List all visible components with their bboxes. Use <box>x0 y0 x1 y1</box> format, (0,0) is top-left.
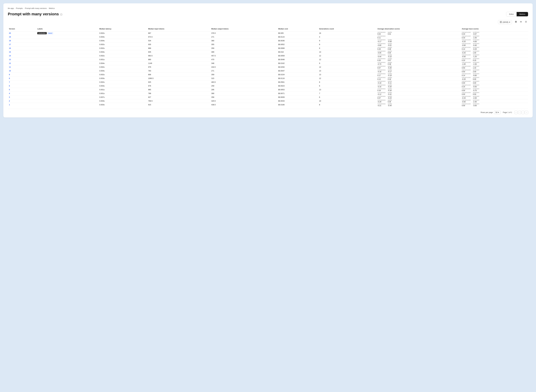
table-row: 30.007s827358$0.08396conciseness0.07qual… <box>8 95 528 99</box>
cell-latency: 0.004s <box>98 69 147 73</box>
version-link[interactable]: 9 <box>9 74 10 76</box>
table-row: 180.004s534380$0.00369conciseness-0.17qu… <box>8 39 528 43</box>
cell-obs-scores: conciseness-0.70quality0.38 <box>376 61 461 65</box>
first-page-button[interactable]: « <box>514 111 518 114</box>
version-link[interactable]: 2 <box>9 100 10 102</box>
trace-score-item: sentiment3.00 <box>473 80 479 84</box>
cell-labels <box>36 92 98 95</box>
cell-obs-scores: conciseness-0.18quality-0.11 <box>376 80 461 84</box>
trace-score-label: sentiment <box>473 39 479 41</box>
list-view-button[interactable] <box>514 20 518 24</box>
svg-rect-6 <box>515 22 517 23</box>
version-link[interactable]: 18 <box>9 40 11 42</box>
rows-per-page-select[interactable]: 50 ▾ <box>494 111 501 114</box>
cell-trace-scores: manual-score0.14sentiment-0.20 <box>461 47 528 50</box>
version-link[interactable]: 13 <box>9 59 11 61</box>
version-link[interactable]: 16 <box>9 47 11 49</box>
trace-score-label: sentiment <box>473 73 479 75</box>
editor-button[interactable]: Editor <box>506 12 517 16</box>
table-row: 40.001s788390$0.00717conciseness-0.12qua… <box>8 92 528 95</box>
next-page-button[interactable]: › <box>521 111 524 114</box>
last-page-button[interactable]: » <box>525 111 528 114</box>
table-row: 80.003s1090.5315$0.011612conciseness0.13… <box>8 77 528 80</box>
table-row: 140.002s983.5457.5$0.005912conciseness-0… <box>8 54 528 58</box>
breadcrumb-app[interactable]: llm-app <box>8 7 14 9</box>
cell-version: 9 <box>8 73 36 77</box>
table-row: 190.004s974.5271$0.01154conciseness0.11m… <box>8 35 528 39</box>
compact-view-button[interactable] <box>519 20 523 24</box>
prev-page-button[interactable]: ‹ <box>518 111 521 114</box>
version-link[interactable]: 11 <box>9 66 11 68</box>
collapse-view-button[interactable] <box>524 20 528 24</box>
cell-trace-scores: manual-score-0.25sentiment1.00 <box>461 50 528 54</box>
cell-trace-scores: manual-score0.50sentiment1.33 <box>461 65 528 69</box>
obs-score-value: 0.07 <box>377 67 386 69</box>
cell-gen-count: 4 <box>318 35 376 39</box>
trace-score-label: manual-score <box>462 99 471 101</box>
version-link[interactable]: 14 <box>9 55 11 57</box>
table-row: 150.004s835489$0.01813conciseness-0.05qu… <box>8 50 528 54</box>
rows-count-selector[interactable]: (10/10) ▾ <box>498 20 512 24</box>
trace-score-value: 0.14 <box>462 75 471 76</box>
version-link[interactable]: 6 <box>9 85 10 87</box>
cell-latency: 0.002s <box>98 80 147 84</box>
cell-labels <box>36 47 98 50</box>
breadcrumb-prompts[interactable]: Prompts <box>16 7 23 9</box>
info-icon[interactable]: ⓘ <box>60 13 62 16</box>
version-link[interactable]: 20 <box>9 32 11 34</box>
cell-input-tokens: 979 <box>147 65 210 69</box>
cell-output-tokens: 376.5 <box>210 31 277 35</box>
breadcrumb-prompt[interactable]: Prompt with many versions <box>25 7 47 9</box>
main-card: llm-app › Prompts › Prompt with many ver… <box>3 3 533 117</box>
cell-output-tokens: 259 <box>210 84 277 88</box>
trace-score-value: 0.14 <box>462 48 471 50</box>
trace-score-value: -1.00 <box>462 63 471 65</box>
version-link[interactable]: 15 <box>9 51 11 53</box>
version-link[interactable]: 7 <box>9 81 10 83</box>
trace-score-value: 0.50 <box>473 93 479 95</box>
version-link[interactable]: 19 <box>9 36 11 38</box>
trace-score-label: manual-score <box>462 35 471 37</box>
version-link[interactable]: 17 <box>9 43 11 46</box>
trace-score-value: 0.00 <box>462 89 471 92</box>
version-link[interactable]: 4 <box>9 93 10 94</box>
cell-output-tokens: 359 <box>210 73 277 77</box>
cell-trace-scores: manual-score0.14sentiment-0.60 <box>461 73 528 77</box>
cell-obs-scores: conciseness-0.44quality-0.23 <box>376 54 461 58</box>
cell-output-tokens: 438.5 <box>210 103 277 107</box>
version-link[interactable]: 1 <box>9 104 10 106</box>
cell-obs-scores: conciseness-0.16quality-0.17 <box>376 69 461 73</box>
cell-latency: 0.002s <box>98 54 147 58</box>
version-link[interactable]: 8 <box>9 77 10 79</box>
trace-score-item: sentiment0.20 <box>473 58 479 61</box>
cell-cost: $0.0115 <box>277 35 318 39</box>
cell-trace-scores: manual-score-0.50sentiment-2.40 <box>461 99 528 103</box>
col-latency: Median latency <box>98 27 147 31</box>
version-link[interactable]: 3 <box>9 96 10 98</box>
cell-gen-count: 13 <box>318 50 376 54</box>
obs-score-label: quality <box>388 50 392 52</box>
obs-score-label: quality <box>388 92 392 93</box>
version-link[interactable]: 10 <box>9 70 11 72</box>
obs-score-item: conciseness0.07 <box>377 65 386 69</box>
trace-score-item: manual-score0.00 <box>462 80 471 84</box>
obs-score-value: -0.12 <box>377 93 386 95</box>
version-link[interactable]: 5 <box>9 89 10 91</box>
cell-latency: 0.001s <box>98 92 147 95</box>
obs-score-value: -0.17 <box>388 71 392 73</box>
cell-labels <box>36 69 98 73</box>
obs-score-item: quality0.07 <box>388 58 392 61</box>
version-link[interactable]: 12 <box>9 62 11 64</box>
rpp-value: 50 <box>495 111 498 113</box>
cell-version: 18 <box>8 39 36 43</box>
cell-labels <box>36 84 98 88</box>
obs-score-item: conciseness0.20 <box>377 58 386 61</box>
cell-cost: $0.0294 <box>277 65 318 69</box>
svg-rect-3 <box>501 22 502 23</box>
trace-score-item: sentiment-3.00 <box>473 103 479 107</box>
metrics-button[interactable]: Metrics <box>517 12 528 16</box>
page-info: Page 1 of 1 <box>503 111 512 113</box>
obs-score-label: quality <box>388 61 392 63</box>
obs-score-item: conciseness-0.44 <box>377 54 386 58</box>
obs-score-value: -0.26 <box>388 67 392 69</box>
